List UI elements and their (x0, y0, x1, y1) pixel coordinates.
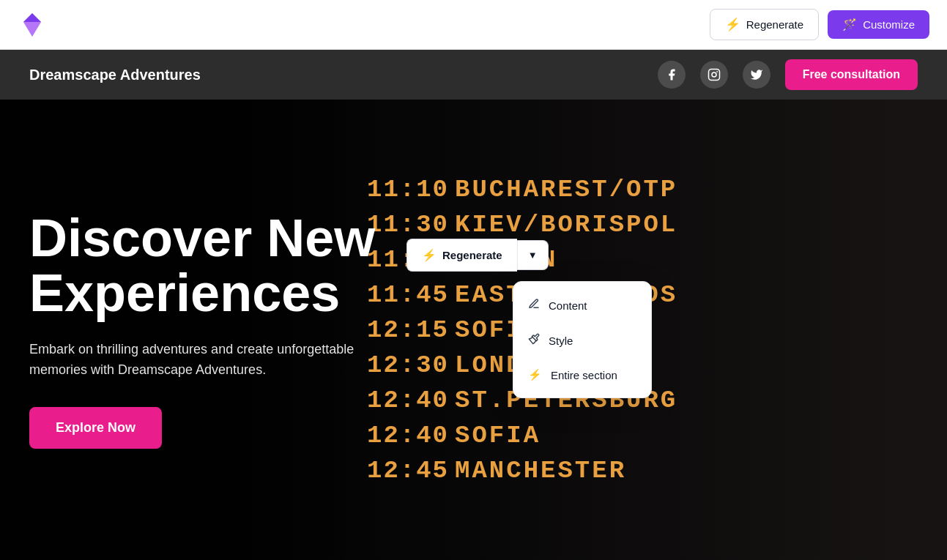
dropdown-entire-section-label: Entire section (551, 369, 617, 381)
hero-content: Discover New Experiences Embark on thril… (29, 211, 381, 449)
regen-float-chevron-button[interactable]: ▼ (517, 240, 549, 270)
facebook-icon[interactable] (658, 61, 686, 89)
free-consultation-button[interactable]: Free consultation (785, 59, 918, 90)
board-row: 11:30 KIEV/BORISPOL (361, 208, 932, 242)
dropdown-item-entire-section[interactable]: ⚡ Entire section (513, 358, 651, 392)
board-row: 12:45 MANCHESTER (361, 454, 932, 488)
site-nav-right: Free consultation (658, 59, 918, 90)
hero-section: 11:10 BUCHAREST/OTP 11:30 KIEV/BORISPOL … (0, 100, 947, 560)
regen-float-label: Regenerate (442, 249, 502, 261)
regenerate-button[interactable]: ⚡ Regenerate (710, 9, 819, 40)
site-nav: Dreamscape Adventures Free consultation (0, 50, 947, 100)
dropdown-item-content[interactable]: Content (513, 288, 651, 323)
customize-label: Customize (863, 18, 915, 31)
brush-icon (528, 333, 540, 348)
board-row: 11:10 BUCHAREST/OTP (361, 173, 932, 206)
customize-wand-icon: 🪄 (842, 18, 857, 31)
instagram-icon[interactable] (700, 61, 728, 89)
dropdown-content-label: Content (549, 299, 587, 312)
regen-float-button[interactable]: ⚡ Regenerate (406, 239, 517, 272)
chevron-down-icon: ▼ (528, 250, 538, 261)
toolbar-actions: ⚡ Regenerate 🪄 Customize (710, 9, 929, 40)
svg-point-2 (716, 71, 718, 72)
hero-subtitle: Embark on thrilling adventures and creat… (29, 339, 381, 381)
pencil-icon (528, 298, 540, 313)
durable-logo-icon (18, 10, 47, 40)
dropdown-menu: Content Style ⚡ Entire section (513, 281, 652, 398)
customize-button[interactable]: 🪄 Customize (828, 10, 929, 39)
explore-now-button[interactable]: Explore Now (29, 407, 162, 449)
toolbar: ⚡ Regenerate 🪄 Customize (0, 0, 947, 50)
dropdown-style-label: Style (549, 335, 573, 347)
svg-rect-0 (708, 70, 719, 81)
regen-float: ⚡ Regenerate ▼ (406, 239, 549, 272)
svg-point-1 (712, 72, 716, 77)
logo (18, 10, 47, 40)
regenerate-label: Regenerate (746, 18, 803, 31)
board-row: 12:40 SOFIA (361, 419, 932, 452)
hero-title-line1: Discover New (29, 209, 375, 267)
dropdown-item-style[interactable]: Style (513, 323, 651, 358)
site-brand: Dreamscape Adventures (29, 67, 201, 83)
regenerate-bolt-icon: ⚡ (725, 17, 740, 32)
hero-title-line2: Experiences (29, 264, 340, 322)
hero-title: Discover New Experiences (29, 211, 381, 321)
regen-float-bolt-icon: ⚡ (422, 248, 437, 262)
twitter-icon[interactable] (743, 61, 770, 89)
entire-section-bolt-icon: ⚡ (528, 368, 542, 381)
